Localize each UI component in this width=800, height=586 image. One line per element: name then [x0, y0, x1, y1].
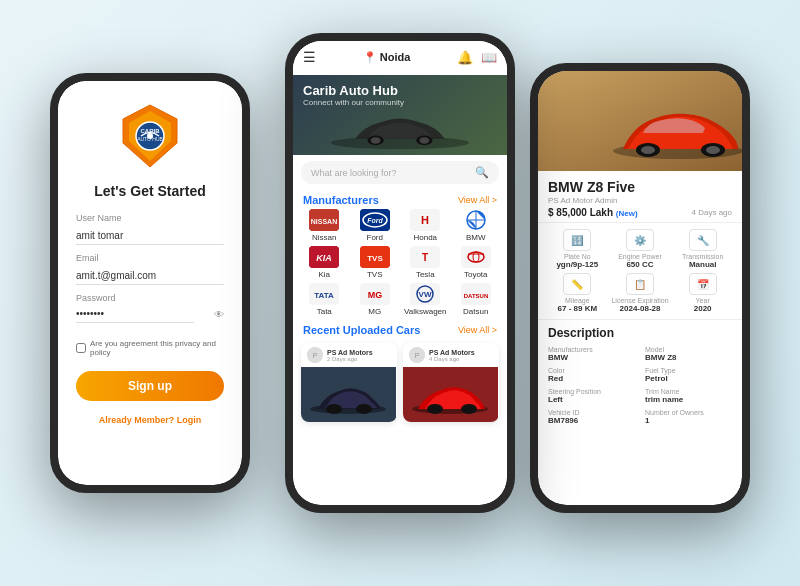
logo-container: CARIB AUTO HUB [115, 101, 185, 171]
detail-price: $ 85,000 Lakh (New) [548, 207, 638, 218]
car-card-2[interactable]: P PS Ad Motors 4 Days ago [403, 343, 499, 422]
desc-fuel-key: Fuel Type [645, 367, 732, 374]
manufacturers-section-header: Manufacturers View All > [293, 190, 507, 209]
desc-owners: Number of Owners 1 [645, 409, 732, 425]
car-card-1-seller: PS Ad Motors [327, 349, 391, 356]
svg-point-43 [326, 404, 342, 414]
phone-middle: ☰ 📍 Noida 🔔 📖 Carib Auto Hu [285, 33, 515, 513]
desc-color-key: Color [548, 367, 635, 374]
search-bar[interactable]: What are looking for? 🔍 [301, 161, 499, 184]
login-link[interactable]: Login [177, 415, 202, 425]
volkswagen-label: Valkswagen [404, 307, 447, 316]
manufacturer-kia[interactable]: KIA Kia [301, 246, 348, 279]
already-member: Already Member? Login [99, 415, 202, 425]
recent-view-all[interactable]: View All > [458, 325, 497, 335]
manufacturers-view-all[interactable]: View All > [458, 195, 497, 205]
desc-fuel: Fuel Type Petrol [645, 367, 732, 383]
desc-steering: Steering Position Left [548, 388, 635, 404]
honda-label: Honda [413, 233, 437, 242]
svg-text:H: H [421, 214, 429, 226]
email-input[interactable] [76, 267, 224, 285]
eye-icon[interactable]: 👁 [214, 309, 224, 320]
kia-label: Kia [318, 270, 330, 279]
car-card-2-image [403, 367, 499, 422]
hero-image: Carib Auto Hub Connect with our communit… [293, 75, 507, 155]
login-screen: CARIB AUTO HUB Let's Get Started User Na… [58, 81, 242, 445]
svg-text:T: T [422, 252, 428, 263]
middle-header: ☰ 📍 Noida 🔔 📖 [293, 41, 507, 75]
tvs-label: TVS [367, 270, 383, 279]
bookmark-icon[interactable]: 📖 [481, 50, 497, 65]
description-grid: Manufacturers BMW Model BMW Z8 Color Red [548, 346, 732, 425]
search-icon[interactable]: 🔍 [475, 166, 489, 179]
desc-steering-val: Left [548, 395, 635, 404]
manufacturer-honda[interactable]: H Honda [402, 209, 449, 242]
manufacturer-tvs[interactable]: TVS TVS [352, 246, 399, 279]
desc-trim-val: trim name [645, 395, 732, 404]
recent-cars-header: Recent Uploaded Cars View All > [293, 320, 507, 339]
spec-mileage-value: 67 - 89 KM [558, 304, 598, 313]
desc-vehicle-id-val: BM7896 [548, 416, 635, 425]
username-group: User Name [76, 213, 224, 245]
svg-text:P: P [313, 352, 318, 359]
recent-cars-section: Recent Uploaded Cars View All > P PS Ad … [293, 316, 507, 430]
hamburger-icon[interactable]: ☰ [303, 49, 316, 65]
svg-rect-27 [461, 246, 491, 268]
datsun-label: Datsun [463, 307, 488, 316]
manufacturer-ford[interactable]: Ford Ford [352, 209, 399, 242]
svg-point-56 [706, 146, 720, 154]
manufacturer-datsun[interactable]: DATSUN Datsun [453, 283, 500, 316]
privacy-checkbox[interactable] [76, 343, 86, 353]
manufacturer-nissan[interactable]: NISSAN Nissan [301, 209, 348, 242]
tesla-label: Tesla [416, 270, 435, 279]
desc-vehicle-id-key: Vehicle ID [548, 409, 635, 416]
detail-seller: PS Ad Motor Admin [548, 196, 732, 205]
detail-new-badge: (New) [616, 209, 638, 218]
username-input[interactable] [76, 227, 224, 245]
password-label: Password [76, 293, 224, 303]
desc-trim: Trim Name trim name [645, 388, 732, 404]
spec-transmission-label: Transmission [682, 253, 723, 260]
manufacturer-mg[interactable]: MG MG [352, 283, 399, 316]
spec-license: 📋 License Expiration 2024-08-28 [611, 273, 670, 313]
desc-owners-key: Number of Owners [645, 409, 732, 416]
manufacturer-volkswagen[interactable]: VW Valkswagen [402, 283, 449, 316]
car-card-2-header: P PS Ad Motors 4 Days ago [403, 343, 499, 367]
desc-model-val: BMW Z8 [645, 353, 732, 362]
manufacturer-bmw[interactable]: BMW [453, 209, 500, 242]
desc-vehicle-id: Vehicle ID BM7896 [548, 409, 635, 425]
spec-license-icon: 📋 [626, 273, 654, 295]
desc-manufacturers: Manufacturers BMW [548, 346, 635, 362]
manufacturers-title: Manufacturers [303, 194, 379, 206]
svg-text:NISSAN: NISSAN [311, 218, 337, 225]
email-group: Email [76, 253, 224, 285]
notification-icon[interactable]: 🔔 [457, 50, 473, 65]
description-title: Description [548, 326, 732, 340]
detail-time: 4 Days ago [692, 208, 732, 217]
svg-point-10 [371, 137, 381, 144]
phone-login: CARIB AUTO HUB Let's Get Started User Na… [50, 73, 250, 493]
car-card-2-avatar: P [409, 347, 425, 363]
spec-year-label: Year [696, 297, 710, 304]
desc-color-val: Red [548, 374, 635, 383]
manufacturer-toyota[interactable]: Toyota [453, 246, 500, 279]
car-card-2-meta: PS Ad Motors 4 Days ago [429, 349, 493, 362]
manufacturer-tata[interactable]: TATA Tata [301, 283, 348, 316]
spec-license-value: 2024-08-28 [620, 304, 661, 313]
recent-title: Recent Uploaded Cars [303, 324, 420, 336]
spec-engine: ⚙️ Engine Power 650 CC [611, 229, 670, 269]
spec-year-value: 2020 [694, 304, 712, 313]
password-input[interactable] [76, 305, 194, 323]
spec-engine-label: Engine Power [618, 253, 662, 260]
mg-label: MG [368, 307, 381, 316]
detail-screen: ← [538, 71, 742, 505]
car-card-1[interactable]: P PS Ad Motors 2 Days ago [301, 343, 397, 422]
phones-container: CARIB AUTO HUB Let's Get Started User Na… [20, 13, 780, 573]
manufacturer-tesla[interactable]: T Tesla [402, 246, 449, 279]
desc-owners-val: 1 [645, 416, 732, 425]
spec-year-icon: 📅 [689, 273, 717, 295]
svg-text:TVS: TVS [367, 254, 383, 263]
car-card-1-meta: PS Ad Motors 2 Days ago [327, 349, 391, 362]
email-label: Email [76, 253, 224, 263]
signup-button[interactable]: Sign up [76, 371, 224, 401]
